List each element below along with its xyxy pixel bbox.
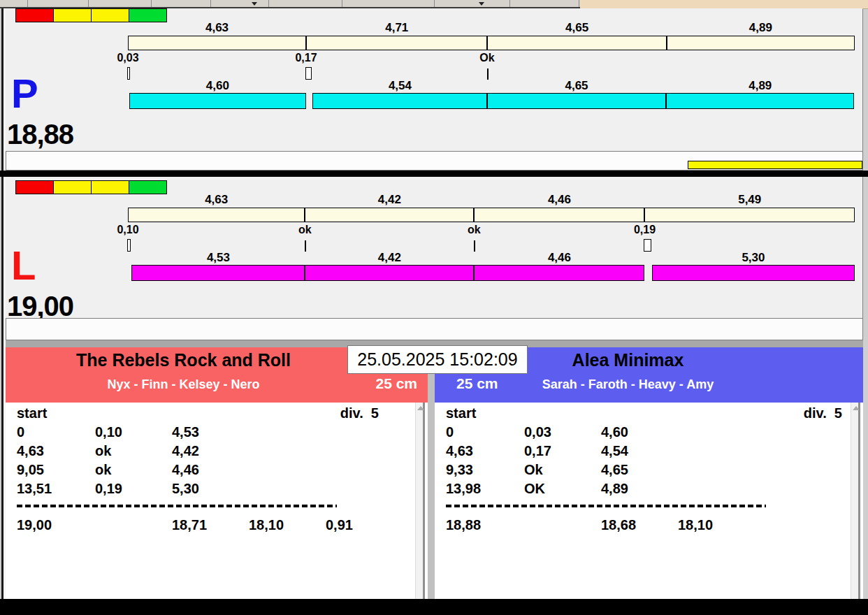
toolbar-button[interactable] xyxy=(152,0,211,7)
ref-bar-segment xyxy=(306,36,487,50)
ref-split-label: 4,89 xyxy=(718,21,802,35)
status-light xyxy=(15,8,54,22)
vertical-scrollbar[interactable] xyxy=(415,403,425,599)
ref-split-label: 4,71 xyxy=(355,21,439,35)
status-strip-p xyxy=(6,151,863,171)
status-light xyxy=(129,8,167,22)
team-split-label: 4,46 xyxy=(517,251,601,265)
table-cell: 4,63 xyxy=(446,443,473,459)
table-cell: 4,53 xyxy=(172,424,199,440)
table-cell: OK xyxy=(524,481,545,497)
team-bar-segment xyxy=(305,265,474,281)
ref-bar-segment xyxy=(487,36,666,50)
team-bar-segment xyxy=(652,265,855,281)
ref-bar-segment xyxy=(128,208,305,222)
team-panel-divider xyxy=(428,347,435,599)
ref-bar-segment xyxy=(128,36,306,50)
vertical-scrollbar[interactable] xyxy=(851,403,860,599)
marker-label: 0,17 xyxy=(275,52,338,64)
table-cell: ok xyxy=(95,443,111,459)
table-cell: 13,98 xyxy=(446,481,481,497)
team-size-class: 25 cm xyxy=(456,375,512,392)
table-total-cell: 18,68 xyxy=(601,517,636,533)
penalty-tick xyxy=(127,67,130,80)
table-cell: 9,33 xyxy=(446,462,473,478)
table-total-cell: 18,71 xyxy=(172,517,207,533)
ok-tick xyxy=(487,68,489,80)
scroll-up-icon[interactable] xyxy=(417,406,424,410)
table-total-cell: 0,91 xyxy=(326,517,353,533)
table-cell: 0 xyxy=(446,424,454,440)
table-cell: 9,05 xyxy=(17,462,44,478)
ref-bar-segment xyxy=(305,208,474,222)
team-split-label: 4,53 xyxy=(176,251,260,265)
run-total-time: 19,00 xyxy=(7,292,73,320)
table-cell: 0,03 xyxy=(524,424,551,440)
team-split-label: 4,42 xyxy=(347,251,431,265)
toolbar-button[interactable] xyxy=(435,0,510,7)
team-bar-segment xyxy=(474,265,644,281)
team-split-label: 4,65 xyxy=(535,79,619,93)
table-cell: 13,51 xyxy=(17,481,52,497)
table-cell: 4,89 xyxy=(601,481,628,497)
status-light xyxy=(91,180,129,194)
team-bar-segment xyxy=(666,93,854,109)
status-light xyxy=(15,180,54,194)
dropdown-caret-icon[interactable] xyxy=(479,2,484,6)
panel-divider-bar xyxy=(0,171,868,177)
table-cell: 4,54 xyxy=(601,443,628,459)
table-cell: 4,42 xyxy=(172,443,199,459)
team-result-body: startdiv. 500,104,534,63ok4,429,05ok4,46… xyxy=(6,403,428,599)
ref-bar-segment xyxy=(474,208,644,222)
status-light xyxy=(91,8,129,22)
window-border-right xyxy=(862,9,868,599)
marker-label: ok xyxy=(442,224,505,236)
ref-split-label: 4,63 xyxy=(175,193,259,207)
table-cell: 5,30 xyxy=(172,481,199,497)
toolbar-button[interactable] xyxy=(269,0,342,7)
ref-bar-segment xyxy=(644,208,855,222)
ok-tick xyxy=(305,240,306,252)
table-total-cell: 18,88 xyxy=(446,517,481,533)
run-letter: P xyxy=(11,74,38,113)
marker-label: 0,03 xyxy=(96,52,159,64)
status-light xyxy=(53,8,92,22)
team-name: The Rebels Rock and Roll xyxy=(6,350,361,370)
table-cell: 4,60 xyxy=(601,424,628,440)
scroll-up-icon[interactable] xyxy=(853,406,860,410)
table-total-cell: 18,10 xyxy=(249,517,284,533)
ref-split-label: 4,65 xyxy=(535,21,619,35)
marker-label: 0,10 xyxy=(96,224,159,236)
penalty-tick xyxy=(644,239,651,252)
table-total-cell: 18,10 xyxy=(678,517,713,533)
team-split-label: 4,54 xyxy=(358,79,442,93)
toolbar-button[interactable] xyxy=(0,0,28,7)
table-header-div: div. 5 xyxy=(435,405,842,421)
run-total-time: 18,88 xyxy=(7,120,73,148)
penalty-tick xyxy=(127,239,131,252)
table-header-div: div. 5 xyxy=(6,405,379,421)
team-bar-segment xyxy=(487,93,666,109)
table-cell: 0,17 xyxy=(524,443,551,459)
toolbar-button[interactable] xyxy=(89,0,152,7)
toolbar-button[interactable] xyxy=(28,0,89,7)
run-letter: L xyxy=(11,246,36,285)
toolbar-button[interactable] xyxy=(342,0,435,7)
table-cell: Ok xyxy=(524,462,543,478)
ref-split-label: 5,49 xyxy=(708,193,792,207)
team-result-body: startdiv. 500,034,604,630,174,549,33Ok4,… xyxy=(435,403,863,599)
toolbar-button[interactable] xyxy=(510,0,579,7)
marker-label: 0,19 xyxy=(613,224,676,236)
timing-app-window: 4,634,714,654,890,030,17Ok4,604,544,654,… xyxy=(0,0,868,615)
ref-split-label: 4,42 xyxy=(347,193,431,207)
toolbar-button[interactable] xyxy=(211,0,269,7)
team-bar-segment xyxy=(312,93,487,109)
bottom-black-bar xyxy=(0,599,868,615)
dropdown-caret-icon[interactable] xyxy=(252,2,257,6)
team-split-label: 4,60 xyxy=(175,79,259,93)
status-light xyxy=(53,180,92,194)
table-cell: 4,46 xyxy=(172,462,199,478)
team-split-label: 4,89 xyxy=(718,79,802,93)
marker-label: Ok xyxy=(456,52,519,64)
table-cell: 4,63 xyxy=(17,443,44,459)
